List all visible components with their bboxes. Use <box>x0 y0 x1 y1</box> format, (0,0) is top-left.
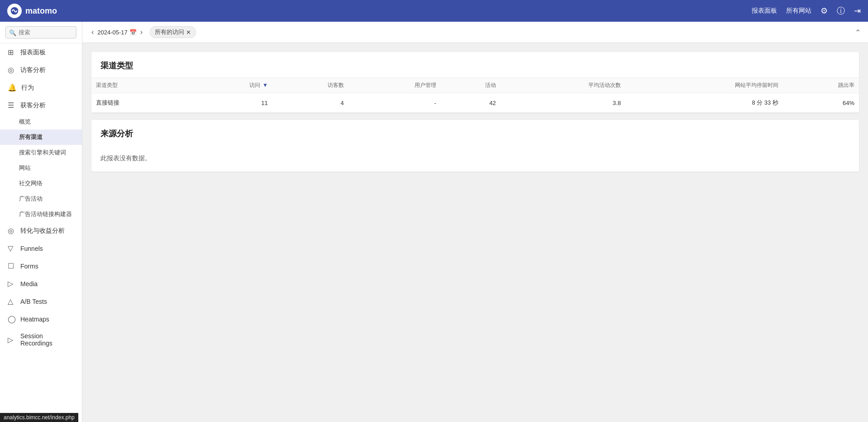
channel-type-table: 渠道类型 访问 ▼ 访客数 用户管理 <box>91 77 859 113</box>
sidebar-sub-label-campaign-url-builder: 广告活动链接构建器 <box>19 210 72 218</box>
sidebar-label-dashboard: 报表面板 <box>20 48 46 57</box>
col-avg-actions[interactable]: 平均活动次数 <box>501 78 625 93</box>
col-user-management[interactable]: 用户管理 <box>348 78 441 93</box>
source-analysis-card: 来源分析 此报表没有数据。 <box>91 120 859 172</box>
sidebar-label-visitor-analysis: 访客分析 <box>20 66 46 74</box>
status-url: analytics.bimcc.net/index.php <box>4 414 75 421</box>
sidebar-item-conversion[interactable]: ◎ 转化与收益分析 <box>0 222 82 240</box>
cell-user-management: - <box>348 93 441 113</box>
sidebar-sub-overview[interactable]: 概览 <box>0 114 82 129</box>
channel-type-title: 渠道类型 <box>91 52 859 77</box>
cell-actions: 42 <box>441 93 501 113</box>
sidebar: 🔍 ⊞ 报表面板 ◎ 访客分析 🔔 行为 ☰ 获客分析 概览 <box>0 22 82 422</box>
media-icon: ▷ <box>8 279 16 288</box>
sidebar-item-forms[interactable]: ☐ Forms <box>0 257 82 275</box>
date-nav: ‹ 2024-05-17 📅 › <box>90 27 144 37</box>
sidebar-item-acquisition[interactable]: ☰ 获客分析 <box>0 96 82 114</box>
channel-type-card: 渠道类型 渠道类型 访问 ▼ 访客数 <box>91 52 859 113</box>
sidebar-sub-search-engines[interactable]: 搜索引擎和关键词 <box>0 145 82 160</box>
cell-avg-time: 8 分 33 秒 <box>625 93 783 113</box>
sidebar-label-acquisition: 获客分析 <box>20 101 46 110</box>
sidebar-item-ab-tests[interactable]: △ A/B Tests <box>0 293 82 310</box>
conversion-icon: ◎ <box>8 226 16 235</box>
calendar-icon[interactable]: 📅 <box>129 29 137 36</box>
behavior-icon: 🔔 <box>8 83 17 92</box>
sidebar-sub-campaign-url-builder[interactable]: 广告活动链接构建器 <box>0 206 82 222</box>
session-recordings-icon: ▷ <box>8 336 16 344</box>
sidebar-item-session-recordings[interactable]: ▷ Session Recordings <box>0 328 82 351</box>
top-nav: matomo 报表面板 所有网站 ⚙ ⓘ ⇥ <box>0 0 868 22</box>
forms-icon: ☐ <box>8 262 16 270</box>
layout: 🔍 ⊞ 报表面板 ◎ 访客分析 🔔 行为 ☰ 获客分析 概览 <box>0 22 868 422</box>
filter-label: 所有的访问 <box>155 28 184 36</box>
sidebar-sub-websites[interactable]: 网站 <box>0 160 82 176</box>
content-area: 渠道类型 渠道类型 访问 ▼ 访客数 <box>82 43 868 181</box>
table-header-row: 渠道类型 访问 ▼ 访客数 用户管理 <box>91 78 859 93</box>
sidebar-item-behavior[interactable]: 🔔 行为 <box>0 79 82 96</box>
collapse-button[interactable]: ⌃ <box>855 28 861 37</box>
ab-tests-icon: △ <box>8 297 16 306</box>
sidebar-item-funnels[interactable]: ▽ Funnels <box>0 240 82 257</box>
sidebar-item-media[interactable]: ▷ Media <box>0 275 82 293</box>
nav-all-sites[interactable]: 所有网站 <box>786 7 811 15</box>
sidebar-label-heatmaps: Heatmaps <box>20 316 49 323</box>
cell-avg-actions: 3.8 <box>501 93 625 113</box>
cell-visits: 11 <box>189 93 272 113</box>
status-bar: analytics.bimcc.net/index.php <box>0 413 78 422</box>
filter-remove-icon: ✕ <box>186 29 191 36</box>
sidebar-section: ⊞ 报表面板 ◎ 访客分析 🔔 行为 ☰ 获客分析 概览 所有渠道 <box>0 43 82 351</box>
dashboard-icon: ⊞ <box>8 48 16 57</box>
sidebar-item-heatmaps[interactable]: ◯ Heatmaps <box>0 310 82 328</box>
heatmaps-icon: ◯ <box>8 315 16 323</box>
col-avg-time[interactable]: 网站平均停留时间 <box>625 78 783 93</box>
toolbar: ‹ 2024-05-17 📅 › 所有的访问 ✕ ⌃ <box>82 22 868 43</box>
table-row: 直接链接 11 4 - 42 <box>91 93 859 113</box>
cell-channel: 直接链接 <box>91 93 189 113</box>
sidebar-label-conversion: 转化与收益分析 <box>20 227 65 235</box>
sidebar-label-forms: Forms <box>20 263 38 270</box>
source-analysis-title: 来源分析 <box>91 120 859 145</box>
main-content: ‹ 2024-05-17 📅 › 所有的访问 ✕ ⌃ 渠道类型 <box>82 22 868 422</box>
acquisition-icon: ☰ <box>8 101 16 110</box>
search-wrap: 🔍 <box>5 26 76 38</box>
sidebar-sub-ad-campaigns[interactable]: 广告活动 <box>0 191 82 206</box>
sidebar-sub-label-overview: 概览 <box>19 118 31 126</box>
logout-icon[interactable]: ⇥ <box>854 6 861 16</box>
sidebar-sub-all-channels[interactable]: 所有渠道 <box>0 129 82 145</box>
search-box: 🔍 <box>0 22 82 43</box>
sidebar-label-funnels: Funnels <box>20 245 43 252</box>
sidebar-sub-label-websites: 网站 <box>19 164 31 172</box>
col-channel: 渠道类型 <box>91 78 189 93</box>
filter-tag[interactable]: 所有的访问 ✕ <box>150 26 196 38</box>
sidebar-sub-label-search-engines: 搜索引擎和关键词 <box>19 149 66 157</box>
date-label: 2024-05-17 📅 <box>97 29 137 36</box>
sidebar-sub-label-all-channels: 所有渠道 <box>19 133 43 141</box>
col-visitors[interactable]: 访客数 <box>272 78 348 93</box>
sidebar-item-dashboard[interactable]: ⊞ 报表面板 <box>0 43 82 61</box>
sidebar-sub-label-social-networks: 社交网络 <box>19 179 43 187</box>
logo-icon <box>7 4 22 18</box>
sidebar-sub-social-networks[interactable]: 社交网络 <box>0 176 82 191</box>
col-actions[interactable]: 活动 <box>441 78 501 93</box>
info-icon[interactable]: ⓘ <box>837 5 845 16</box>
visitor-analysis-icon: ◎ <box>8 66 16 74</box>
nav-left: matomo <box>7 4 57 18</box>
prev-date-button[interactable]: ‹ <box>90 27 95 37</box>
sidebar-sub-label-ad-campaigns: 广告活动 <box>19 195 43 203</box>
col-bounce-rate[interactable]: 跳出率 <box>783 78 859 93</box>
col-visits[interactable]: 访问 ▼ <box>189 78 272 93</box>
date-value: 2024-05-17 <box>97 29 128 36</box>
cell-bounce-rate: 64% <box>783 93 859 113</box>
no-data-text: 此报表没有数据。 <box>91 145 859 172</box>
sidebar-item-visitor-analysis[interactable]: ◎ 访客分析 <box>0 61 82 79</box>
next-date-button[interactable]: › <box>138 27 144 37</box>
sidebar-label-media: Media <box>20 280 38 288</box>
settings-icon[interactable]: ⚙ <box>820 6 828 16</box>
sort-icon: ▼ <box>262 82 268 88</box>
nav-dashboard[interactable]: 报表面板 <box>752 7 777 15</box>
funnels-icon: ▽ <box>8 244 16 253</box>
table-header: 渠道类型 访问 ▼ 访客数 用户管理 <box>91 78 859 93</box>
sidebar-label-session-recordings: Session Recordings <box>20 332 76 347</box>
table-body: 直接链接 11 4 - 42 <box>91 93 859 113</box>
matomo-logo[interactable]: matomo <box>7 4 57 18</box>
